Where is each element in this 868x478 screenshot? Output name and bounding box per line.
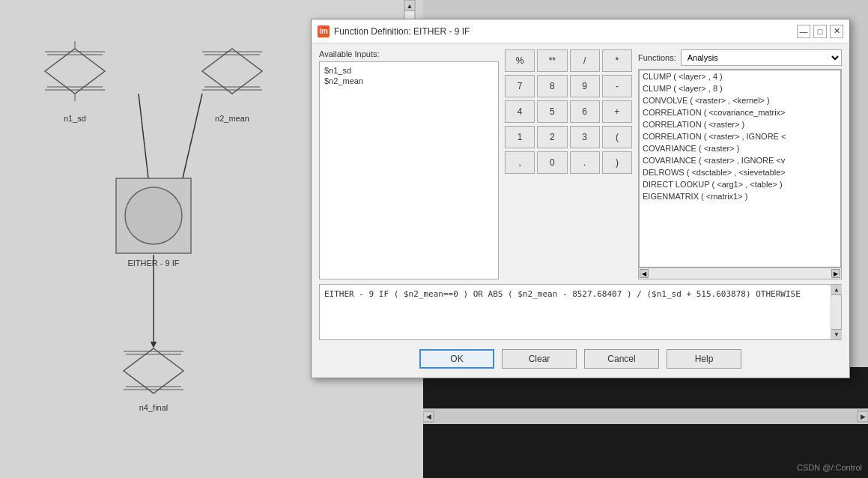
functions-dropdown[interactable]: Analysis [681,49,842,66]
calc-btn-open-paren[interactable]: ( [602,126,632,148]
dialog-body: Available Inputs: $n1_sd $n2_mean % ** /… [312,43,849,378]
action-buttons: OK Clear Cancel Help [319,346,842,372]
help-button[interactable]: Help [667,349,741,369]
svg-text:◀: ◀ [426,413,431,420]
svg-text:n2_mean: n2_mean [215,114,249,123]
func-item-4[interactable]: CORRELATION ( <raster> ) [640,118,840,130]
expr-scroll-up[interactable]: ▲ [831,285,842,295]
hscroll-right[interactable]: ▶ [831,269,840,278]
func-item-7[interactable]: COVARIANCE ( <raster> , IGNORE <v [640,154,840,166]
scrollbar-area[interactable]: ◀ ▶ [423,408,868,423]
watermark: CSDN @/:Control [797,463,862,472]
func-item-5[interactable]: CORRELATION ( <raster> , IGNORE < [640,130,840,142]
svg-line-15 [180,94,202,191]
calc-row-2: 4 5 6 + [505,100,632,123]
calc-btn-divide[interactable]: / [570,49,600,72]
calc-btn-4[interactable]: 4 [505,100,535,123]
inputs-label: Available Inputs: [319,49,499,58]
func-item-2[interactable]: CONVOLVE ( <raster> , <kernel> ) [640,94,840,106]
dialog-titlebar: Im Function Definition: EITHER - 9 IF — … [312,19,849,43]
dialog-top-row: Available Inputs: $n1_sd $n2_mean % ** /… [319,49,842,279]
input-item-n1sd[interactable]: $n1_sd [323,65,495,76]
svg-line-14 [139,94,150,191]
calc-btn-0[interactable]: 0 [537,151,567,174]
calc-btn-1[interactable]: 1 [505,126,535,148]
maximize-button[interactable]: □ [813,25,827,38]
functions-hscroll[interactable]: ◀ ▶ [638,268,842,279]
expr-scroll-down[interactable]: ▼ [831,329,842,339]
calc-btn-dot[interactable]: . [570,151,600,174]
svg-rect-29 [423,409,868,424]
svg-text:▶: ▶ [861,413,866,420]
svg-text:n4_final: n4_final [139,403,169,412]
functions-panel: Functions: Analysis CLUMP ( <layer> , 4 … [638,49,842,279]
svg-point-17 [125,187,182,244]
functions-list[interactable]: CLUMP ( <layer> , 4 ) CLUMP ( <layer> , … [639,70,841,267]
calc-row-3: 1 2 3 ( [505,126,632,148]
hscroll-track [649,270,831,277]
svg-text:▲: ▲ [407,2,413,10]
clear-button[interactable]: Clear [502,349,577,369]
calc-btn-2[interactable]: 2 [537,126,567,148]
dialog-title: Function Definition: EITHER - 9 IF [334,26,797,37]
svg-text:n1_sd: n1_sd [64,114,86,123]
dialog-window: Im Function Definition: EITHER - 9 IF — … [311,19,850,378]
cancel-button[interactable]: Cancel [584,349,659,369]
ok-button[interactable]: OK [419,349,494,369]
expression-text: EITHER - 9 IF ( $n2_mean==0 ) OR ABS ( $… [324,289,801,299]
functions-label: Functions: [638,53,676,62]
calc-btn-minus[interactable]: - [602,75,632,97]
calculator-panel: % ** / * 7 8 9 - 4 5 6 + 1 [505,49,632,279]
calc-row-4: , 0 . ) [505,151,632,174]
calc-btn-power[interactable]: ** [537,49,567,72]
func-item-8[interactable]: DELROWS ( <dsctable> , <sievetable> [640,166,840,178]
func-item-0[interactable]: CLUMP ( <layer> , 4 ) [640,70,840,82]
func-item-9[interactable]: DIRECT LOOKUP ( <arg1> , <table> ) [640,178,840,190]
calc-btn-9[interactable]: 9 [570,75,600,97]
func-item-6[interactable]: COVARIANCE ( <raster> ) [640,142,840,154]
minimize-button[interactable]: — [797,25,810,38]
calc-btn-comma[interactable]: , [505,151,535,174]
expr-scroll-track [831,295,841,329]
dialog-controls: — □ ✕ [797,25,843,38]
func-item-10[interactable]: EIGENMATRIX ( <matrix1> ) [640,190,840,202]
hscroll-left[interactable]: ◀ [640,269,649,278]
calc-btn-3[interactable]: 3 [570,126,600,148]
close-button[interactable]: ✕ [830,25,843,38]
calc-btn-multiply[interactable]: * [602,49,632,72]
func-item-3[interactable]: CORRELATION ( <covariance_matrix> [640,106,840,118]
expression-area[interactable]: EITHER - 9 IF ( $n2_mean==0 ) OR ABS ( $… [319,284,842,340]
dialog-logo: Im [318,25,330,37]
func-item-1[interactable]: CLUMP ( <layer> , 8 ) [640,82,840,94]
calc-btn-6[interactable]: 6 [570,100,600,123]
inputs-list[interactable]: $n1_sd $n2_mean [319,61,499,279]
calc-row-1: 7 8 9 - [505,75,632,97]
input-item-n2mean[interactable]: $n2_mean [323,76,495,86]
calc-btn-percent[interactable]: % [505,49,535,72]
calc-btn-7[interactable]: 7 [505,75,535,97]
calc-row-0: % ** / * [505,49,632,72]
calc-btn-close-paren[interactable]: ) [602,151,632,174]
calc-btn-5[interactable]: 5 [537,100,567,123]
expression-scrollbar[interactable]: ▲ ▼ [831,285,841,339]
inputs-panel: Available Inputs: $n1_sd $n2_mean [319,49,499,279]
calc-btn-plus[interactable]: + [602,100,632,123]
functions-header: Functions: Analysis [638,49,842,66]
calc-btn-8[interactable]: 8 [537,75,567,97]
